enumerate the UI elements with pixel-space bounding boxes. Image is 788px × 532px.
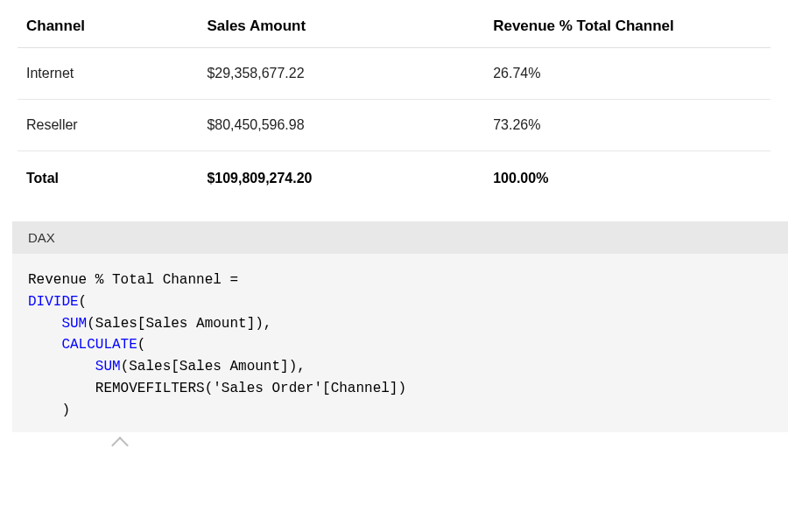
- header-channel: Channel: [18, 7, 198, 48]
- code-body: Revenue % Total Channel = DIVIDE( SUM(Sa…: [12, 254, 788, 432]
- code-keyword: SUM: [95, 359, 121, 374]
- code-text: (Sales[Sales Amount]),: [87, 316, 271, 332]
- sales-table: Channel Sales Amount Revenue % Total Cha…: [18, 7, 770, 206]
- cell-sales: $80,450,596.98: [198, 100, 484, 151]
- table-header-row: Channel Sales Amount Revenue % Total Cha…: [18, 7, 770, 48]
- cell-total-pct: 100.00%: [484, 151, 770, 206]
- code-keyword: SUM: [61, 316, 87, 332]
- header-sales-amount: Sales Amount: [198, 7, 484, 48]
- code-text: (: [79, 294, 88, 310]
- cell-channel: Internet: [18, 48, 198, 100]
- code-text: (: [137, 337, 146, 353]
- code-indent: [28, 337, 61, 353]
- cell-total-label: Total: [18, 151, 198, 206]
- code-keyword: DIVIDE: [28, 294, 79, 310]
- code-line: ): [28, 402, 70, 418]
- table-row: Internet $29,358,677.22 26.74%: [18, 48, 770, 100]
- cell-channel: Reseller: [18, 100, 198, 151]
- dax-code-block: DAX Revenue % Total Channel = DIVIDE( SU…: [12, 221, 788, 432]
- code-language-label: DAX: [12, 221, 788, 254]
- cell-sales: $29,358,677.22: [198, 48, 484, 100]
- code-line: REMOVEFILTERS('Sales Order'[Channel]): [28, 381, 406, 396]
- table-total-row: Total $109,809,274.20 100.00%: [18, 151, 770, 206]
- code-indent: [28, 316, 61, 332]
- code-text: (Sales[Sales Amount]),: [121, 359, 306, 374]
- chevron-up-icon: [111, 437, 129, 454]
- header-revenue-pct: Revenue % Total Channel: [484, 7, 770, 48]
- cell-pct: 73.26%: [484, 100, 770, 151]
- code-line: Revenue % Total Channel =: [28, 272, 238, 288]
- code-keyword: CALCULATE: [61, 337, 137, 353]
- chevron-container: [0, 439, 788, 455]
- cell-total-sales: $109,809,274.20: [198, 151, 484, 206]
- sales-table-container: Channel Sales Amount Revenue % Total Cha…: [0, 0, 788, 206]
- code-indent: [28, 359, 95, 374]
- table-row: Reseller $80,450,596.98 73.26%: [18, 100, 770, 151]
- cell-pct: 26.74%: [484, 48, 770, 100]
